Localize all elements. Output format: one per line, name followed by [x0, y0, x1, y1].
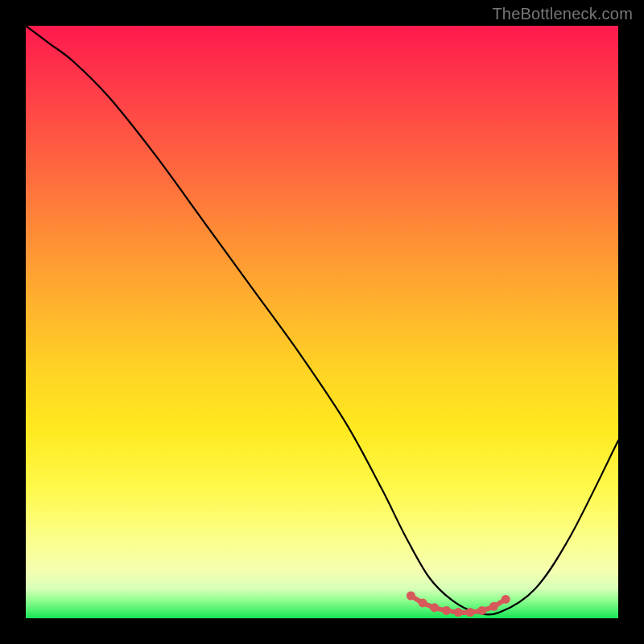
- optimal-point: [454, 608, 463, 617]
- optimal-point: [442, 606, 451, 615]
- plot-area: [26, 26, 618, 618]
- optimal-point: [477, 606, 486, 615]
- chart-frame: TheBottleneck.com: [0, 0, 644, 644]
- chart-svg: [26, 26, 618, 618]
- optimal-point: [419, 598, 427, 607]
- optimal-point: [502, 595, 510, 604]
- bottleneck-curve: [26, 26, 618, 614]
- optimal-point: [489, 602, 498, 611]
- watermark-text: TheBottleneck.com: [492, 5, 633, 23]
- optimal-point: [466, 608, 475, 617]
- optimal-point: [430, 603, 439, 612]
- optimal-point: [407, 592, 415, 601]
